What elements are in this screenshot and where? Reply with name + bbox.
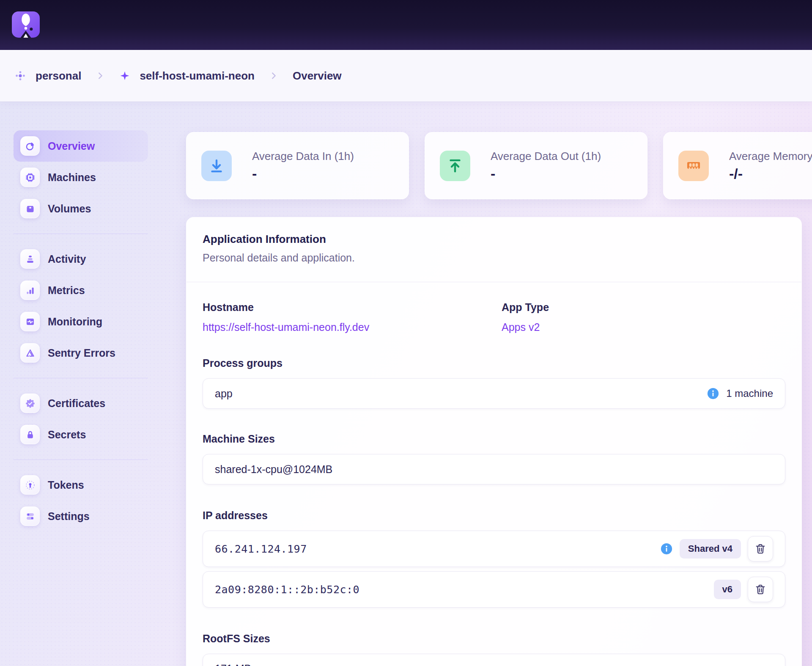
breadcrumb-org-label: personal [36, 69, 81, 83]
stat-card-memory: Average Memory -/- [663, 132, 812, 199]
trash-icon [754, 583, 767, 596]
breadcrumb: personal self-host-umami-neon Overview [0, 50, 812, 102]
sentry-icon [20, 343, 40, 363]
sidebar-item-label: Volumes [48, 203, 91, 215]
breadcrumb-app[interactable]: self-host-umami-neon [119, 69, 255, 83]
box-icon [20, 199, 40, 218]
pulse-monitor-icon [20, 312, 40, 331]
sidebar-divider [14, 234, 148, 234]
delete-ip-button[interactable] [748, 577, 773, 602]
ip-type-badge: Shared v4 [680, 539, 741, 559]
card-title: Application Information [203, 233, 785, 246]
breadcrumb-page-label: Overview [293, 69, 342, 83]
sparkle-icon [119, 70, 130, 81]
app-type-label: App Type [502, 301, 785, 314]
sidebar-item-monitoring[interactable]: Monitoring [14, 306, 148, 337]
stat-label: Average Memory [729, 150, 812, 163]
sidebar-item-label: Machines [48, 171, 96, 184]
sidebar-item-label: Secrets [48, 429, 86, 441]
cpu-icon [20, 168, 40, 187]
machine-count: 1 machine [726, 388, 773, 399]
sidebar-item-label: Settings [48, 510, 90, 523]
sidebar-item-tokens[interactable]: Tokens [14, 469, 148, 501]
keyhole-icon [20, 475, 40, 495]
ip-address: 66.241.124.197 [215, 543, 307, 555]
breadcrumb-app-label: self-host-umami-neon [140, 69, 255, 83]
hostname-link[interactable]: https://self-host-umami-neon.fly.dev [203, 321, 369, 333]
stat-label: Average Data In (1h) [252, 150, 354, 163]
rootfs-size-value: 171 MB [215, 663, 251, 666]
ip-addresses-label: IP addresses [203, 509, 785, 522]
overview-icon [20, 136, 40, 156]
card-subtitle: Personal details and application. [203, 252, 785, 264]
toggles-icon [20, 506, 40, 526]
sidebar-item-label: Overview [48, 140, 95, 152]
org-dots-icon [14, 70, 26, 82]
sidebar-divider [14, 378, 148, 378]
stat-label: Average Data Out (1h) [491, 150, 601, 163]
top-header [0, 0, 812, 50]
breadcrumb-page[interactable]: Overview [293, 69, 342, 83]
badge-check-icon [20, 394, 40, 413]
machine-size-row: shared-1x-cpu@1024MB [203, 454, 785, 484]
rootfs-size-row: 171 MB [203, 654, 785, 666]
chevron-right-icon [96, 71, 105, 80]
stat-value: - [252, 165, 354, 182]
sidebar-item-label: Metrics [48, 284, 85, 297]
sidebar-item-overview[interactable]: Overview [14, 130, 148, 162]
sidebar-item-certificates[interactable]: Certificates [14, 388, 148, 419]
sidebar-item-sentry-errors[interactable]: Sentry Errors [14, 337, 148, 369]
bar-chart-icon [20, 281, 40, 300]
sidebar-divider [14, 460, 148, 460]
info-icon[interactable] [707, 387, 719, 400]
sidebar-item-label: Tokens [48, 479, 84, 491]
stat-card-data-in: Average Data In (1h) - [186, 132, 409, 199]
rootfs-sizes-label: RootFS Sizes [203, 632, 785, 645]
sidebar-item-machines[interactable]: Machines [14, 162, 148, 193]
process-group-row: app 1 machine [203, 378, 785, 409]
chevron-right-icon [269, 71, 278, 80]
machine-size-value: shared-1x-cpu@1024MB [215, 463, 332, 476]
process-group-name: app [215, 388, 233, 400]
lock-icon [20, 425, 40, 444]
ip-type-badge: v6 [714, 580, 741, 599]
ip-address: 2a09:8280:1::2b:b52c:0 [215, 583, 359, 596]
breadcrumb-org[interactable]: personal [14, 69, 81, 83]
sidebar-item-metrics[interactable]: Metrics [14, 275, 148, 306]
stack-icon [20, 249, 40, 269]
stat-value: -/- [729, 165, 812, 182]
stat-value: - [491, 165, 601, 182]
delete-ip-button[interactable] [748, 536, 773, 561]
fly-dashboard: { "colors": { "accent": "#7c3aed", "link… [0, 0, 812, 666]
machine-sizes-label: Machine Sizes [203, 432, 785, 446]
sidebar-item-label: Certificates [48, 397, 105, 410]
stat-card-data-out: Average Data Out (1h) - [425, 132, 647, 199]
fly-balloon-icon [12, 11, 40, 38]
trash-icon [754, 542, 767, 555]
application-information-card: Application Information Personal details… [186, 217, 802, 666]
sidebar: Overview Machines Volumes [14, 130, 148, 532]
sidebar-item-secrets[interactable]: Secrets [14, 419, 148, 450]
ip-row-v4: 66.241.124.197 Shared v4 [203, 531, 785, 567]
sidebar-item-volumes[interactable]: Volumes [14, 193, 148, 224]
sidebar-item-label: Monitoring [48, 316, 102, 328]
sidebar-item-label: Sentry Errors [48, 347, 115, 359]
info-icon[interactable] [660, 542, 673, 555]
app-type-link[interactable]: Apps v2 [502, 321, 540, 333]
hostname-label: Hostname [203, 301, 502, 314]
sidebar-item-activity[interactable]: Activity [14, 243, 148, 275]
memory-icon [678, 151, 709, 181]
sidebar-item-label: Activity [48, 253, 86, 265]
process-groups-label: Process groups [203, 357, 785, 370]
fly-logo[interactable] [12, 11, 40, 38]
sidebar-item-settings[interactable]: Settings [14, 501, 148, 532]
ip-row-v6: 2a09:8280:1::2b:b52c:0 v6 [203, 571, 785, 608]
upload-icon [440, 151, 470, 181]
download-icon [201, 151, 232, 181]
